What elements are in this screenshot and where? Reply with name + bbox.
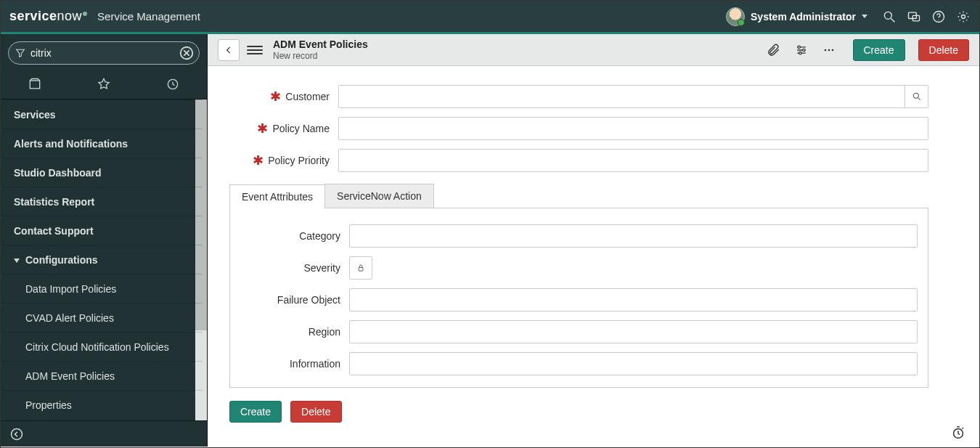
- tab-servicenow-action[interactable]: ServiceNow Action: [324, 184, 434, 208]
- response-time-button[interactable]: [950, 425, 966, 441]
- nav-tab-all[interactable]: [1, 69, 70, 99]
- form-header: ADM Event Policies New record Create Del…: [208, 34, 979, 66]
- field-customer: ✱Customer: [229, 85, 928, 108]
- required-icon: ✱: [257, 126, 268, 132]
- nav-item-data-import-policies[interactable]: Data Import Policies: [1, 274, 203, 303]
- attachments-button[interactable]: [766, 42, 782, 58]
- form-menu-button[interactable]: [247, 44, 263, 57]
- required-icon: ✱: [270, 94, 281, 100]
- nav-item-label: Data Import Policies: [25, 283, 116, 295]
- nav-item-services[interactable]: Services: [1, 99, 203, 129]
- navigator-sidebar: Services Alerts and Notifications Studio…: [1, 34, 208, 447]
- nav-item-label: CVAD Alert Policies: [25, 312, 114, 324]
- required-icon: ✱: [253, 158, 264, 164]
- nav-item-adm-event-policies[interactable]: ADM Event Policies: [1, 361, 203, 390]
- nav-item-label: Citrix Cloud Notification Policies: [25, 341, 169, 353]
- field-label-text: Region: [309, 326, 340, 338]
- information-input[interactable]: [349, 352, 918, 375]
- field-label-text: Failure Object: [277, 294, 340, 306]
- tab-label: ServiceNow Action: [337, 190, 422, 202]
- region-input[interactable]: [349, 320, 918, 343]
- nav-item-label: Studio Dashboard: [14, 167, 102, 179]
- nav-item-studio-dashboard[interactable]: Studio Dashboard: [1, 158, 203, 187]
- create-button-header[interactable]: Create: [853, 39, 905, 61]
- failure-object-input[interactable]: [349, 288, 918, 311]
- nav-item-properties[interactable]: Properties: [1, 390, 203, 419]
- logo-service: service: [9, 9, 57, 24]
- nav-tab-history[interactable]: [138, 69, 207, 99]
- field-failure-object: Failure Object: [240, 288, 918, 311]
- customer-input[interactable]: [338, 85, 905, 108]
- more-options-button[interactable]: [821, 42, 837, 58]
- nav-item-label: Properties: [25, 399, 72, 411]
- field-information: Information: [240, 352, 918, 375]
- field-category: Category: [240, 224, 918, 248]
- nav-item-alerts[interactable]: Alerts and Notifications: [1, 129, 203, 158]
- nav-tab-favorites[interactable]: [70, 69, 139, 99]
- svg-rect-8: [30, 81, 40, 89]
- nav-item-cvad-alert-policies[interactable]: CVAD Alert Policies: [1, 303, 203, 332]
- navigator-filter-input[interactable]: [26, 47, 179, 59]
- field-policy-priority: ✱Policy Priority: [229, 149, 928, 172]
- form-subtitle: New record: [273, 51, 368, 61]
- settings-button[interactable]: [956, 9, 971, 24]
- global-search-button[interactable]: [882, 9, 897, 24]
- tab-label: Event Attributes: [242, 191, 313, 203]
- avatar-icon: [726, 7, 745, 26]
- severity-unlock-button[interactable]: [349, 256, 372, 280]
- svg-point-0: [884, 12, 891, 19]
- policy-name-input[interactable]: [338, 117, 928, 140]
- nav-item-label: ADM Event Policies: [25, 370, 115, 382]
- field-label-text: Information: [290, 358, 340, 370]
- form-body: ✱Customer ✱Policy Name ✱Policy Priority …: [208, 66, 979, 447]
- logo: servicenow: [9, 9, 87, 24]
- svg-line-18: [918, 98, 920, 100]
- back-button[interactable]: [218, 39, 240, 61]
- field-region: Region: [240, 320, 918, 343]
- field-label-text: Category: [299, 230, 340, 242]
- nav-item-citrix-cloud-notification-policies[interactable]: Citrix Cloud Notification Policies: [1, 332, 203, 361]
- logo-now: now: [57, 9, 83, 24]
- field-label-text: Severity: [303, 262, 340, 274]
- field-label-text: Policy Priority: [268, 155, 330, 166]
- customer-lookup-button[interactable]: [905, 85, 928, 108]
- user-name-label: System Administrator: [751, 11, 856, 23]
- chat-button[interactable]: [907, 9, 921, 24]
- user-menu[interactable]: System Administrator: [726, 7, 867, 26]
- top-banner: servicenow Service Management System Adm…: [1, 1, 979, 34]
- personalize-form-button[interactable]: [793, 42, 809, 58]
- clear-filter-icon[interactable]: [179, 45, 195, 61]
- nav-item-label: Statistics Report: [14, 196, 94, 208]
- form-title: ADM Event Policies: [273, 38, 368, 51]
- delete-button-footer[interactable]: Delete: [290, 401, 341, 423]
- svg-point-15: [828, 49, 830, 51]
- chevron-down-icon: [862, 15, 867, 18]
- triangle-down-icon: [14, 258, 20, 263]
- svg-point-14: [824, 49, 826, 51]
- logo-dot-icon: [83, 12, 87, 16]
- nav-item-statistics-report[interactable]: Statistics Report: [1, 187, 203, 216]
- svg-point-16: [831, 49, 833, 51]
- navigator-tabs: [1, 69, 207, 99]
- tab-panel-event-attributes: Category Severity Failure Object: [229, 208, 928, 388]
- product-name: Service Management: [97, 10, 200, 23]
- navigator-list: Services Alerts and Notifications Studio…: [1, 99, 207, 420]
- nav-item-contact-support[interactable]: Contact Support: [1, 216, 203, 245]
- navigator-filter[interactable]: [8, 41, 200, 65]
- field-policy-name: ✱Policy Name: [229, 117, 928, 140]
- nav-item-configurations[interactable]: Configurations: [1, 245, 203, 274]
- tab-event-attributes[interactable]: Event Attributes: [229, 184, 325, 208]
- field-label-text: Policy Name: [272, 123, 330, 134]
- category-input[interactable]: [349, 224, 918, 248]
- delete-button-header[interactable]: Delete: [918, 39, 969, 61]
- create-button-footer[interactable]: Create: [229, 401, 282, 423]
- funnel-icon: [15, 47, 26, 59]
- nav-item-label: Contact Support: [14, 225, 94, 237]
- policy-priority-input[interactable]: [338, 149, 928, 172]
- svg-rect-19: [359, 267, 363, 271]
- help-button[interactable]: [931, 9, 946, 24]
- svg-point-5: [939, 19, 939, 20]
- svg-line-1: [891, 18, 895, 22]
- collapse-navigator-button[interactable]: [1, 420, 207, 447]
- svg-point-12: [802, 49, 804, 51]
